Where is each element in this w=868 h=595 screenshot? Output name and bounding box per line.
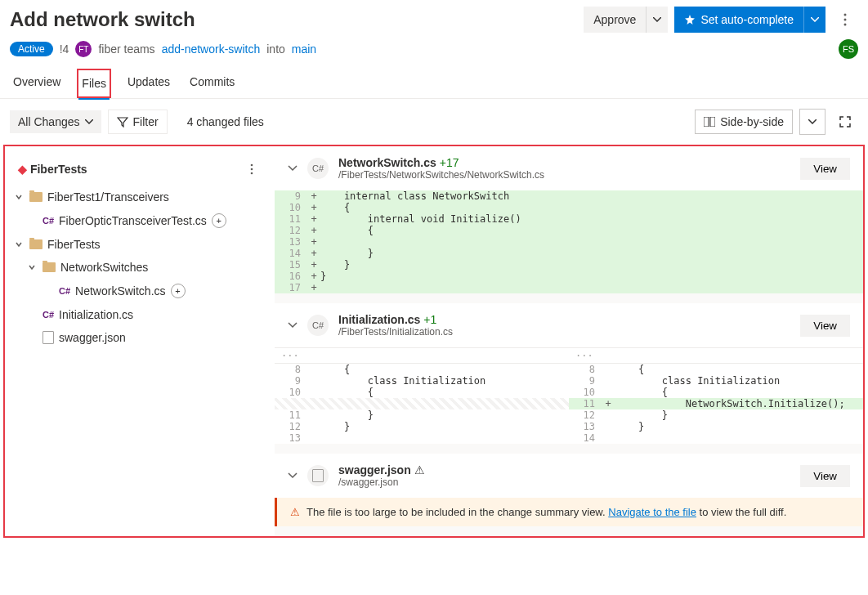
tree-item[interactable]: NetworkSwitches <box>11 256 271 279</box>
warning-text: The file is too large to be included in … <box>306 506 608 518</box>
chevron-icon <box>28 263 38 271</box>
code-line: 8 { <box>275 364 569 375</box>
tree-item[interactable]: C#FiberOpticTransceiverTest.cs + <box>11 208 271 233</box>
code-line: 13 } <box>569 421 863 432</box>
filter-icon <box>117 116 128 128</box>
author-name: fiber teams <box>98 42 154 56</box>
tab-files[interactable]: Files <box>77 69 111 98</box>
code-line: 10+ { <box>275 202 863 213</box>
diff-stat: +17 <box>440 156 459 169</box>
code-line: 11+ internal void Initialize() <box>275 213 863 225</box>
file-card: swagger.json ⚠/swagger.jsonView⚠The file… <box>275 454 863 526</box>
tab-updates[interactable]: Updates <box>124 69 173 98</box>
code-line: 14+ } <box>275 248 863 259</box>
more-actions-button[interactable] <box>832 7 858 33</box>
tree-item[interactable]: FiberTest1/Transceivers <box>11 186 271 208</box>
folder-icon <box>29 192 43 202</box>
tab-commits[interactable]: Commits <box>186 69 238 98</box>
chevron-down-icon <box>811 17 819 22</box>
file-icon <box>43 331 54 344</box>
view-mode-dropdown[interactable]: Side-by-side <box>695 110 793 134</box>
chevron-down-icon <box>808 119 817 124</box>
author-avatar: FT <box>75 41 92 57</box>
tree-item-label: FiberTests <box>47 238 101 251</box>
file-card: C#Initialization.cs +1/FiberTests/Initia… <box>275 303 863 444</box>
tree-item[interactable]: FiberTests <box>11 233 271 256</box>
view-file-button[interactable]: View <box>800 465 850 487</box>
svg-point-6 <box>251 168 253 171</box>
view-mode-label: Side-by-side <box>720 115 784 128</box>
code-line: 10 { <box>569 387 863 398</box>
autocomplete-button-group: Set auto-complete <box>674 7 825 33</box>
code-diff-split: ···8 {9 class Initialization10 {11 }12 }… <box>275 347 863 444</box>
approve-button-group: Approve <box>584 7 668 33</box>
fullscreen-button[interactable] <box>832 109 858 135</box>
warning-icon: ⚠ <box>414 463 425 476</box>
csharp-icon: C# <box>43 310 54 320</box>
warning-icon: ⚠ <box>290 506 300 518</box>
changes-label: All Changes <box>18 115 80 128</box>
svg-point-5 <box>251 164 253 167</box>
folder-icon <box>29 239 43 249</box>
view-file-button[interactable]: View <box>800 158 850 180</box>
kebab-icon <box>250 163 253 175</box>
filter-button[interactable]: Filter <box>108 110 168 134</box>
code-line: 12 } <box>569 409 863 421</box>
collapsed-region[interactable] <box>275 398 569 409</box>
code-diff: 9+ internal class NetworkSwitch10+ {11+ … <box>275 190 863 293</box>
pr-number: !4 <box>60 42 69 56</box>
target-branch-link[interactable]: main <box>292 42 316 56</box>
user-avatar[interactable]: FS <box>839 39 858 59</box>
sidebar-more-button[interactable] <box>239 156 265 182</box>
approve-button[interactable]: Approve <box>584 7 646 33</box>
tree-item-label: FiberOpticTransceiverTest.cs <box>59 214 207 227</box>
tree-item-label: Initialization.cs <box>59 308 133 321</box>
svg-rect-4 <box>710 117 715 127</box>
view-mode-chevron[interactable] <box>799 109 825 135</box>
code-line: 12 } <box>275 421 569 432</box>
code-line: 10 { <box>275 387 569 398</box>
diamond-icon: ◆ <box>18 163 27 176</box>
kebab-icon <box>843 13 847 26</box>
tree-item[interactable]: C#NetworkSwitch.cs + <box>11 279 271 303</box>
source-branch-link[interactable]: add-network-switch <box>162 42 261 56</box>
code-line: 11+ NetworkSwitch.Initialize(); <box>569 398 863 409</box>
file-icon <box>307 465 329 486</box>
svg-point-1 <box>844 19 847 21</box>
set-autocomplete-button[interactable]: Set auto-complete <box>674 7 803 33</box>
code-line: 17+ <box>275 282 863 293</box>
view-file-button[interactable]: View <box>800 315 850 337</box>
csharp-icon: C# <box>59 286 70 296</box>
pr-tabs: Overview Files Updates Commits <box>0 69 868 99</box>
autocomplete-icon <box>684 14 696 25</box>
changes-dropdown[interactable]: All Changes <box>10 110 101 133</box>
file-path: /FiberTests/Initialization.cs <box>338 326 453 338</box>
chevron-down-icon[interactable] <box>288 472 298 479</box>
code-line: 13 <box>275 432 569 444</box>
tree-item[interactable]: C#Initialization.cs <box>11 303 271 326</box>
navigate-file-link[interactable]: Navigate to the file <box>608 506 696 518</box>
file-path: /FiberTests/NetworkSwitches/NetworkSwitc… <box>338 169 544 181</box>
chevron-down-icon[interactable] <box>288 322 298 329</box>
file-name: Initialization.cs <box>338 313 420 326</box>
tree-item[interactable]: swagger.json <box>11 326 271 349</box>
tree-item-label: NetworkSwitches <box>60 261 148 274</box>
tree-item-label: FiberTest1/Transceivers <box>47 190 169 204</box>
diff-left: ···8 {9 class Initialization10 {11 }12 }… <box>275 347 569 444</box>
svg-point-7 <box>251 172 253 175</box>
filter-label: Filter <box>133 115 159 128</box>
tab-overview[interactable]: Overview <box>10 69 64 98</box>
chevron-down-icon[interactable] <box>288 165 298 172</box>
code-line: 13+ <box>275 236 863 248</box>
file-name: NetworkSwitch.cs <box>338 156 436 169</box>
file-path: /swagger.json <box>338 476 425 488</box>
file-card: C#NetworkSwitch.cs +17/FiberTests/Networ… <box>275 146 863 293</box>
folder-icon <box>43 262 56 272</box>
autocomplete-label: Set auto-complete <box>700 13 794 26</box>
tree-item-label: NetworkSwitch.cs <box>75 284 165 298</box>
repo-root[interactable]: ◆ FiberTests <box>18 163 87 176</box>
expand-icon <box>839 116 851 128</box>
approve-dropdown[interactable] <box>646 7 668 33</box>
page-title: Add network switch <box>10 8 195 31</box>
autocomplete-dropdown[interactable] <box>803 7 825 33</box>
